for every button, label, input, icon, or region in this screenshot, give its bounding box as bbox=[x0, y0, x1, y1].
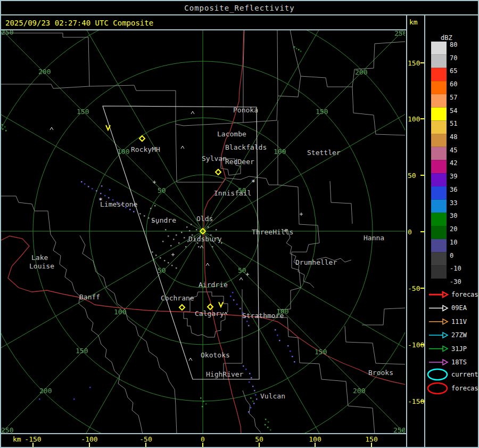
bottom-axis-tick-label: -50 bbox=[139, 435, 152, 443]
echo-dot bbox=[240, 308, 241, 309]
title-bar: Composite_Reflectivity bbox=[0, 0, 479, 15]
echo-dot bbox=[73, 398, 75, 400]
city-label: Innisfail bbox=[214, 189, 251, 197]
bottom-axis-tick-label: 50 bbox=[255, 435, 263, 443]
vector-label: 31JP bbox=[451, 345, 467, 353]
city-label: Stettler bbox=[307, 149, 341, 157]
radar-map[interactable]: 5050505010010010010015015015015020020020… bbox=[0, 29, 406, 434]
echo-dot bbox=[245, 369, 247, 370]
echo-dot bbox=[108, 197, 110, 199]
boundary-line bbox=[278, 29, 301, 97]
timestamp-label: 2025/09/23 02:27:40 UTC Composite bbox=[1, 19, 153, 27]
city-label: Sundre bbox=[151, 216, 176, 224]
asterisk-marker-icon: * bbox=[251, 178, 255, 186]
echo-dot bbox=[164, 260, 166, 262]
echo-dot bbox=[196, 229, 197, 231]
range-ring-label: 150 bbox=[76, 347, 88, 355]
legend-title: dBZ bbox=[441, 34, 452, 42]
range-ring-label: 50 bbox=[158, 186, 166, 194]
echo-dot bbox=[81, 181, 82, 183]
echo-dot bbox=[39, 398, 40, 400]
radar-app-window: Composite_Reflectivity 2025/09/23 02:27:… bbox=[0, 0, 479, 448]
echo-dot bbox=[252, 386, 254, 387]
dbz-scale-swatch bbox=[431, 186, 447, 200]
echo-dot bbox=[249, 373, 251, 374]
echo-dot bbox=[176, 234, 177, 236]
city-label: Lake bbox=[31, 254, 48, 262]
dbz-scale-value: 48 bbox=[450, 133, 457, 141]
bottom-axis-tick-label: 100 bbox=[309, 435, 321, 443]
echo-dot bbox=[248, 325, 250, 327]
boundary-line bbox=[330, 181, 352, 224]
city-label: Strathmore bbox=[242, 312, 284, 320]
dbz-scale-swatch bbox=[431, 252, 447, 266]
echo-dot bbox=[236, 304, 238, 305]
yellow-arrowhead-icon bbox=[219, 302, 223, 307]
echo-dot bbox=[253, 403, 255, 404]
echo-dot bbox=[171, 265, 173, 266]
dbz-scale-swatch bbox=[431, 68, 447, 81]
bottom-axis-tick-label: -150 bbox=[24, 435, 41, 443]
city-label: Ponoka bbox=[233, 106, 258, 114]
dbz-scale-value: 0 bbox=[450, 252, 453, 259]
bottom-axis-tick bbox=[202, 443, 203, 447]
echo-dot bbox=[287, 345, 289, 347]
bottom-axis-tick bbox=[89, 443, 90, 447]
dbz-scale-swatch bbox=[431, 42, 447, 55]
city-label: RockyMH bbox=[131, 145, 160, 153]
echo-dot bbox=[165, 229, 167, 231]
echo-dot bbox=[186, 226, 188, 228]
echo-dot bbox=[230, 296, 232, 297]
vector-arrowhead-icon bbox=[443, 292, 448, 297]
echo-dot bbox=[133, 211, 135, 213]
echo-dot bbox=[154, 205, 156, 207]
echo-dot bbox=[270, 429, 271, 431]
echo-dot bbox=[298, 49, 300, 51]
echo-dot bbox=[191, 224, 192, 225]
boundary-line bbox=[0, 84, 89, 88]
caret-marker-icon bbox=[189, 358, 192, 361]
vector-label: 18TS bbox=[451, 359, 467, 366]
right-axis-tick-label: 50 bbox=[408, 172, 416, 180]
storm-ellipse-icon bbox=[428, 369, 447, 380]
city-label: Blackfalds bbox=[225, 143, 267, 151]
range-ring-label: 100 bbox=[114, 308, 126, 316]
echo-dot bbox=[198, 246, 200, 248]
dbz-scale-value: 20 bbox=[450, 225, 457, 233]
range-ring-label: 200 bbox=[39, 387, 52, 395]
echo-dot bbox=[290, 351, 291, 352]
echo-dot bbox=[233, 299, 235, 301]
echo-dot bbox=[162, 241, 164, 242]
echo-dot bbox=[88, 186, 89, 188]
caret-marker-icon bbox=[50, 127, 53, 130]
ellipse-label: forecast bbox=[451, 385, 479, 392]
plus-marker-icon bbox=[246, 273, 249, 276]
boundary-line bbox=[352, 87, 406, 135]
right-axis-tick-label: 0 bbox=[408, 228, 412, 236]
range-ring-label: 200 bbox=[38, 68, 51, 76]
range-ring-label: 150 bbox=[77, 108, 89, 116]
ellipse-label: current bbox=[451, 371, 478, 378]
city-label: Louise bbox=[29, 262, 54, 270]
echo-dot bbox=[251, 377, 252, 379]
reflectivity-echoes bbox=[2, 46, 302, 431]
dbz-scale-value: 45 bbox=[450, 146, 457, 154]
azimuth-radials bbox=[0, 29, 406, 434]
dbz-scale-value: 60 bbox=[450, 80, 457, 88]
range-ring-label: 150 bbox=[315, 348, 327, 356]
city-label: Banff bbox=[79, 293, 100, 301]
radar-site-diamond-icon bbox=[216, 169, 221, 175]
boundary-line bbox=[362, 308, 406, 325]
plus-marker-icon bbox=[171, 253, 175, 256]
echo-dot bbox=[208, 226, 209, 228]
echo-dot bbox=[100, 193, 102, 194]
echo-dot bbox=[268, 421, 269, 423]
range-ring-label: 200 bbox=[353, 387, 365, 395]
storm-vector-legend: forecast09EA111V27ZW31JP18TScurrentforec… bbox=[428, 291, 479, 394]
echo-dot bbox=[252, 401, 254, 402]
dbz-scale-value: -30 bbox=[450, 278, 461, 286]
vector-arrowhead-icon bbox=[443, 360, 448, 365]
dbz-scale-swatch bbox=[431, 108, 447, 121]
echo-dot bbox=[89, 387, 91, 388]
dbz-scale-value: 80 bbox=[450, 41, 457, 48]
